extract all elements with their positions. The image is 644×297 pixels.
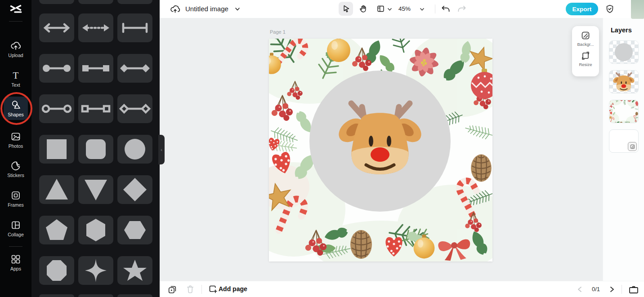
undo-icon[interactable] — [441, 4, 450, 13]
apps-icon — [10, 254, 21, 265]
sidebar-item-stickers[interactable]: Stickers — [0, 160, 31, 178]
hexagon-pointy-shape-glyph — [78, 216, 113, 244]
shield-check-icon[interactable] — [605, 4, 615, 14]
design-page[interactable] — [269, 39, 492, 262]
page-indicator: 0/1 — [586, 286, 606, 293]
layers-panel: Layers — [603, 18, 644, 281]
delete-page-icon[interactable] — [186, 284, 195, 294]
avatar[interactable] — [631, 0, 644, 19]
chevron-down-icon[interactable] — [420, 7, 425, 11]
shape-tile-line-square-ends[interactable] — [78, 54, 113, 83]
line-square-outline-ends-shape-glyph — [78, 94, 113, 123]
layer-item-christmas-frame[interactable] — [609, 100, 639, 123]
present-icon[interactable] — [628, 285, 639, 294]
next-page-icon[interactable] — [609, 286, 615, 293]
shape-tile-line-dot-ends[interactable] — [39, 54, 74, 83]
shape-tile-partial[interactable] — [117, 294, 152, 297]
project-title[interactable]: Untitled image — [185, 5, 228, 13]
chevron-down-icon[interactable] — [235, 7, 240, 11]
sidebar-item-collage[interactable]: Collage — [0, 220, 31, 237]
rounded-square-shape-glyph — [78, 135, 113, 164]
export-button[interactable]: Export — [566, 3, 598, 15]
cloud-sync-icon[interactable] — [170, 4, 180, 14]
duplicate-page-icon[interactable] — [167, 284, 177, 294]
top-toolbar: Untitled image 45% Export — [160, 0, 644, 18]
hand-icon — [359, 4, 368, 13]
shape-tile-partial[interactable] — [78, 294, 113, 297]
select-tool-button[interactable] — [339, 2, 353, 16]
shape-tile-partial[interactable] — [39, 294, 74, 297]
resize-label: Resize — [579, 62, 592, 67]
sidebar-item-text[interactable]: T Text — [0, 70, 31, 88]
shape-row-partial-top — [39, 0, 152, 4]
resize-button[interactable]: Resize — [579, 51, 592, 67]
zoom-level[interactable]: 45% — [398, 5, 411, 12]
pentagon-shape-glyph — [39, 216, 74, 244]
add-page-icon[interactable] — [208, 284, 218, 294]
sidebar-item-frames[interactable]: Frames — [0, 190, 31, 208]
triangle-up-shape-glyph — [39, 175, 74, 204]
sidebar-item-shapes[interactable]: Shapes — [0, 100, 31, 117]
app-logo[interactable] — [0, 4, 31, 14]
capcut-logo-icon — [9, 4, 22, 14]
shape-tile-star-5[interactable] — [117, 256, 152, 285]
chevron-down-icon[interactable] — [387, 7, 392, 11]
sidebar-item-label: Stickers — [0, 173, 31, 178]
shape-tile-rounded-square[interactable] — [78, 135, 113, 164]
shape-tile-hexagon-pointy[interactable] — [78, 216, 113, 244]
shape-tile-partial[interactable] — [39, 0, 74, 4]
shape-tile-partial[interactable] — [78, 0, 113, 4]
shape-tile-hexagon-flat[interactable] — [117, 216, 152, 244]
sticker-icon — [10, 160, 21, 171]
layer-item-reindeer[interactable] — [609, 70, 639, 93]
line-diamond-ends-shape-glyph — [117, 54, 152, 83]
layer-item-background-page[interactable] — [609, 129, 639, 153]
sidebar-item-upload[interactable]: Upload — [0, 40, 31, 58]
shape-tile-line-end-bars[interactable] — [117, 13, 152, 42]
toolbar-divider — [622, 285, 622, 294]
layout-icon — [376, 4, 385, 13]
reindeer-thumbnail — [609, 71, 638, 93]
shape-tile-triangle-down[interactable] — [78, 175, 113, 204]
left-sidebar: Upload T Text Shapes Photos Stickers — [0, 0, 31, 297]
shape-tile-line-diamond-outline-ends[interactable] — [117, 94, 152, 123]
hand-tool-button[interactable] — [356, 2, 371, 16]
sidebar-item-photos[interactable]: Photos — [0, 131, 31, 149]
shape-tile-partial[interactable] — [117, 0, 152, 4]
shape-tile-line-diamond-ends[interactable] — [117, 54, 152, 83]
page-tools-popup: Backgr... Resize — [572, 26, 599, 76]
shape-tile-arrow-double[interactable] — [39, 13, 74, 42]
sidebar-item-label: Apps — [0, 266, 31, 271]
background-button[interactable]: Backgr... — [577, 31, 594, 47]
diamond-shape-glyph — [117, 175, 152, 204]
layout-tool-button[interactable] — [375, 2, 386, 16]
line-square-ends-shape-glyph — [78, 54, 113, 83]
shape-tile-circle[interactable] — [117, 135, 152, 164]
panel-collapse-handle[interactable]: ‹ — [158, 135, 165, 164]
shape-tile-line-square-outline-ends[interactable] — [78, 94, 113, 123]
gray-circle-thumbnail — [609, 41, 638, 63]
frame-icon — [10, 190, 21, 201]
redo-icon[interactable] — [457, 4, 467, 13]
sidebar-item-label: Frames — [0, 202, 31, 208]
shapes-icon — [10, 100, 21, 111]
arrow-double-shape-glyph — [39, 13, 74, 42]
shape-tile-octagon[interactable] — [39, 256, 74, 285]
previous-page-icon[interactable] — [577, 286, 582, 293]
shape-tile-square[interactable] — [39, 135, 74, 164]
add-page-button[interactable]: Add page — [219, 285, 247, 293]
shape-tile-triangle-up[interactable] — [39, 175, 74, 204]
canvas-area[interactable]: Page 1 Backgr... Resize — [160, 18, 603, 281]
collage-icon — [10, 220, 21, 231]
shape-tile-diamond[interactable] — [117, 175, 152, 204]
shape-tile-line-circle-outline-ends[interactable] — [39, 94, 74, 123]
chevron-left-icon: ‹ — [161, 147, 162, 152]
sidebar-item-label: Upload — [0, 53, 31, 58]
rail-divider — [9, 21, 22, 22]
layer-item-gray-circle[interactable] — [609, 40, 639, 64]
shape-tile-pentagon[interactable] — [39, 216, 74, 244]
sidebar-item-apps[interactable]: Apps — [0, 254, 31, 271]
svg-text:T: T — [13, 70, 19, 81]
shape-tile-star-4[interactable] — [78, 256, 113, 285]
shape-tile-arrow-double-dotted[interactable] — [78, 13, 113, 42]
